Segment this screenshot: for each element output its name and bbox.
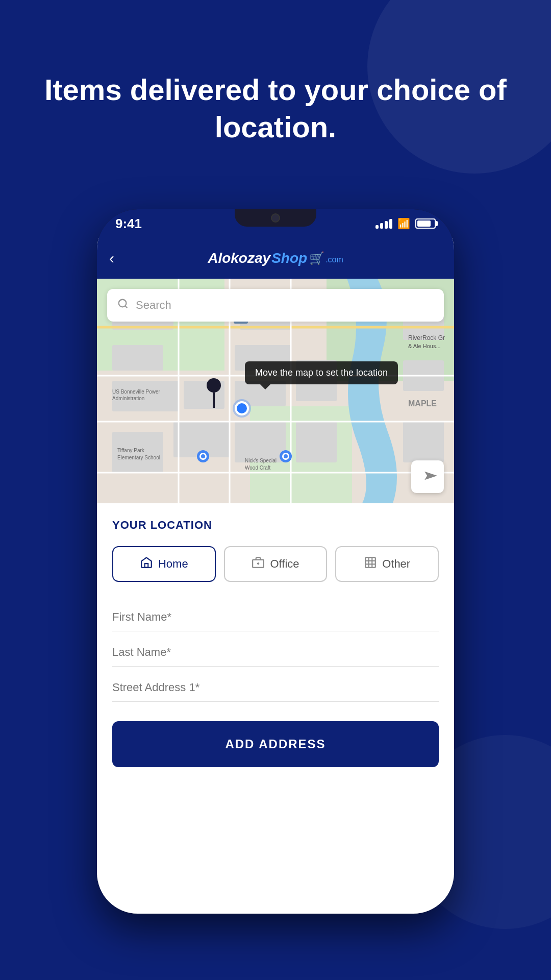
svg-text:Wood Craft: Wood Craft bbox=[245, 465, 271, 471]
svg-rect-13 bbox=[235, 422, 286, 462]
street-address-field-wrapper bbox=[112, 671, 439, 702]
first-name-input[interactable] bbox=[112, 600, 439, 631]
app-content: ‹ Alokozay Shop 🛒 .com bbox=[97, 238, 454, 914]
front-camera bbox=[271, 213, 280, 223]
last-name-input[interactable] bbox=[112, 635, 439, 667]
map-area[interactable]: Royal Hills Apartments US Bonneville Pow… bbox=[97, 279, 454, 503]
logo-cart-icon: 🛒 bbox=[309, 251, 324, 265]
svg-point-45 bbox=[119, 300, 127, 307]
svg-text:RiverRock Gr: RiverRock Gr bbox=[408, 334, 445, 341]
svg-rect-47 bbox=[145, 564, 148, 568]
logo-com-text: .com bbox=[325, 255, 343, 264]
app-logo: Alokozay Shop 🛒 .com bbox=[208, 250, 343, 266]
search-icon bbox=[117, 298, 129, 312]
location-type-other[interactable]: Other bbox=[335, 546, 439, 582]
navigate-icon bbox=[416, 465, 439, 488]
svg-text:US Bonneville Power: US Bonneville Power bbox=[112, 389, 161, 395]
svg-text:MAPLE: MAPLE bbox=[408, 399, 437, 408]
your-location-label: YOUR LOCATION bbox=[112, 519, 439, 532]
search-bar[interactable]: Search bbox=[107, 289, 444, 322]
page-headline: Items delivered to your choice of locati… bbox=[0, 71, 551, 145]
add-address-button[interactable]: ADD ADDRESS bbox=[112, 721, 439, 767]
street-address-input[interactable] bbox=[112, 671, 439, 702]
signal-icon bbox=[375, 219, 392, 229]
app-header: ‹ Alokozay Shop 🛒 .com bbox=[97, 238, 454, 279]
wifi-icon: 📶 bbox=[397, 217, 410, 230]
last-name-field-wrapper bbox=[112, 635, 439, 667]
svg-text:& Ale Hous...: & Ale Hous... bbox=[408, 343, 441, 349]
location-types: Home Office bbox=[112, 546, 439, 582]
status-icons: 📶 bbox=[375, 217, 436, 230]
svg-rect-18 bbox=[403, 422, 444, 462]
location-type-office[interactable]: Office bbox=[224, 546, 328, 582]
first-name-field-wrapper bbox=[112, 600, 439, 631]
map-tooltip: Move the map to set the location bbox=[245, 361, 398, 384]
other-icon bbox=[364, 556, 377, 572]
svg-rect-5 bbox=[112, 345, 163, 371]
svg-line-46 bbox=[125, 306, 127, 308]
phone-notch bbox=[235, 209, 316, 227]
office-icon bbox=[252, 556, 265, 572]
back-button[interactable]: ‹ bbox=[109, 250, 114, 267]
svg-rect-14 bbox=[296, 422, 337, 462]
status-time: 9:41 bbox=[115, 216, 142, 232]
logo-alokozay-text: Alokozay bbox=[208, 250, 270, 266]
office-label: Office bbox=[270, 557, 299, 571]
svg-text:Tiffany Park: Tiffany Park bbox=[117, 448, 145, 453]
home-label: Home bbox=[158, 557, 188, 571]
phone-frame: 9:41 📶 ‹ Alokozay Shop 🛒 .com bbox=[97, 209, 454, 914]
navigate-button[interactable] bbox=[411, 460, 444, 493]
svg-point-44 bbox=[284, 454, 288, 458]
home-icon bbox=[140, 556, 153, 572]
svg-point-41 bbox=[201, 454, 205, 458]
location-type-home[interactable]: Home bbox=[112, 546, 216, 582]
search-placeholder: Search bbox=[136, 299, 171, 312]
form-content: YOUR LOCATION Home bbox=[97, 503, 454, 782]
logo-shop-text: Shop bbox=[271, 250, 307, 266]
current-location-dot bbox=[235, 401, 249, 415]
svg-text:Elementary School: Elementary School bbox=[117, 455, 160, 460]
svg-text:Nick's Special: Nick's Special bbox=[245, 458, 277, 463]
other-label: Other bbox=[382, 557, 410, 571]
battery-icon bbox=[415, 218, 436, 229]
svg-text:Administration: Administration bbox=[112, 396, 144, 401]
svg-rect-51 bbox=[365, 557, 375, 568]
map-pin bbox=[207, 378, 221, 408]
